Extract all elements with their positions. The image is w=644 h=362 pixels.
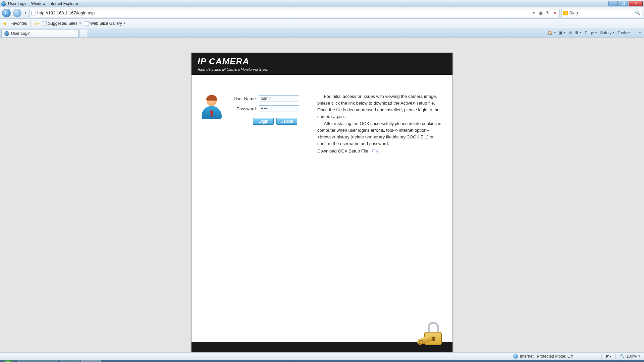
ie-icon [4, 31, 9, 36]
home-button[interactable]: 🏠▼ [548, 31, 556, 35]
help-text-area: For initial access or issues with viewin… [317, 93, 444, 332]
suggested-sites-link[interactable]: Suggested Sites ▼ [43, 21, 81, 26]
favorites-star-icon[interactable]: ★ [3, 21, 7, 26]
search-button[interactable]: 🔍 [635, 10, 640, 15]
feeds-button[interactable]: ▣▼ [559, 31, 566, 35]
new-tab-button[interactable] [79, 30, 87, 37]
login-panel-body: User Name: Password: Login Cancel For in… [192, 75, 452, 342]
page-icon [31, 11, 36, 15]
download-label: Download OCX Setup File [317, 148, 368, 154]
cancel-button[interactable]: Cancel [276, 118, 297, 125]
help-paragraph-2: After installing the OCX successfully,pl… [317, 120, 444, 147]
address-tools: ▼ ▦ ↻ ✕ [531, 10, 558, 15]
dropdown-icon: ▼ [638, 355, 641, 358]
print-button[interactable]: 🖶▼ [575, 31, 582, 35]
panel-title: IP CAMERA [198, 56, 446, 67]
separator [30, 20, 31, 26]
tools-menu[interactable]: Tools▼ [618, 31, 630, 35]
maximize-button[interactable]: ❐ [619, 1, 628, 6]
status-icon[interactable]: ◩▾ [606, 354, 611, 359]
stop-button[interactable]: ✕ [552, 10, 558, 15]
protected-mode-label: Internet | Protected Mode: Off [520, 354, 573, 359]
ie-icon [1, 1, 6, 6]
zone-indicator[interactable]: Internet | Protected Mode: Off [513, 354, 573, 359]
zoom-value: 100% [626, 354, 637, 359]
system-tray: ▤ ◆ ❖ ⚑ 🖧 🔊 ⚐ 3:43 PM 1/2/2014 [578, 360, 641, 362]
username-input[interactable] [259, 95, 299, 102]
refresh-button[interactable]: ↻ [545, 10, 551, 15]
login-panel: IP CAMERA High-definition IP Camera Moni… [191, 53, 453, 352]
addr-dropdown-icon[interactable]: ▼ [531, 11, 536, 15]
login-panel-header: IP CAMERA High-definition IP Camera Moni… [192, 53, 452, 75]
window-title: User Login - Windows Internet Explorer [8, 1, 608, 6]
page-menu[interactable]: Page▼ [585, 31, 597, 35]
address-toolbar: ← → ▼ ▼ ▦ ↻ ✕ b 🔍 [0, 7, 644, 19]
login-button[interactable]: Login [253, 118, 274, 125]
close-button[interactable]: ✕ [629, 1, 643, 6]
login-form-area: User Name: Password: Login Cancel [200, 93, 311, 332]
taskbar-app-2[interactable]: ▥ [38, 360, 58, 362]
login-form: User Name: Password: Login Cancel [229, 93, 311, 332]
username-label: User Name: [229, 96, 259, 101]
panel-subtitle: High-definition IP Camera Monitoring Syt… [198, 67, 446, 71]
page-icon [85, 21, 89, 25]
minimize-button[interactable]: — [608, 1, 618, 6]
search-input[interactable] [569, 10, 634, 15]
taskbar-explorer[interactable] [60, 360, 80, 362]
back-button[interactable]: ← [2, 9, 11, 17]
bing-icon: b [563, 11, 568, 15]
address-input[interactable] [37, 10, 530, 15]
lock-icon [417, 324, 444, 346]
tab-strip: User Login 🏠▼ ▣▼ ✉ 🖶▼ Page▼ Safety▼ Tool… [0, 28, 644, 38]
compat-view-icon[interactable]: ▦ [538, 10, 544, 15]
help-button[interactable]: ❔▼ [633, 31, 641, 35]
separator [615, 354, 616, 359]
dropdown-icon: ▼ [123, 22, 126, 25]
help-paragraph-1: For initial access or issues with viewin… [317, 93, 444, 120]
window-titlebar: User Login - Windows Internet Explorer —… [0, 0, 644, 7]
login-panel-footer [192, 342, 452, 352]
user-avatar-icon [200, 96, 223, 119]
taskbar: ◧ ▥ ▤ ◆ ❖ ⚑ 🖧 🔊 ⚐ 3:43 PM 1/2/2014 [0, 360, 644, 362]
zoom-control[interactable]: 🔍 100% ▼ [620, 354, 641, 359]
status-bar: Internet | Protected Mode: Off ◩▾ 🔍 100%… [0, 352, 644, 360]
taskbar-app-1[interactable]: ◧ [17, 360, 37, 362]
password-label: Password: [229, 106, 259, 111]
web-slice-gallery-link[interactable]: Web Slice Gallery ▼ [85, 21, 126, 26]
command-bar: 🏠▼ ▣▼ ✉ 🖶▼ Page▼ Safety▼ Tools▼ ❔▼ [548, 28, 641, 37]
dropdown-icon: ▼ [79, 22, 82, 25]
start-button[interactable] [2, 360, 15, 362]
page-content: IP CAMERA High-definition IP Camera Moni… [0, 38, 644, 352]
favorites-add-icon[interactable]: ✩▾ [34, 21, 39, 26]
tab-title: User Login [11, 31, 31, 36]
forward-button[interactable]: → [13, 9, 21, 17]
address-field-wrap: ▼ ▦ ↻ ✕ [30, 9, 559, 17]
password-input[interactable] [259, 105, 299, 112]
safety-menu[interactable]: Safety▼ [600, 31, 615, 35]
tab-user-login[interactable]: User Login [1, 29, 78, 37]
download-ocx-link[interactable]: File [372, 149, 378, 154]
search-box: b 🔍 [561, 9, 642, 17]
read-mail-button[interactable]: ✉ [569, 31, 572, 35]
window-controls: — ❐ ✕ [608, 1, 643, 6]
zoom-icon: 🔍 [620, 354, 625, 359]
separator [601, 354, 602, 359]
favorites-label[interactable]: Favorites [10, 21, 27, 26]
page-icon [43, 21, 47, 25]
nav-history-dropdown[interactable]: ▼ [23, 11, 28, 15]
favorites-bar: ★ Favorites ✩▾ Suggested Sites ▼ Web Sli… [0, 19, 644, 28]
globe-icon [513, 354, 518, 359]
taskbar-ie[interactable] [81, 360, 101, 362]
